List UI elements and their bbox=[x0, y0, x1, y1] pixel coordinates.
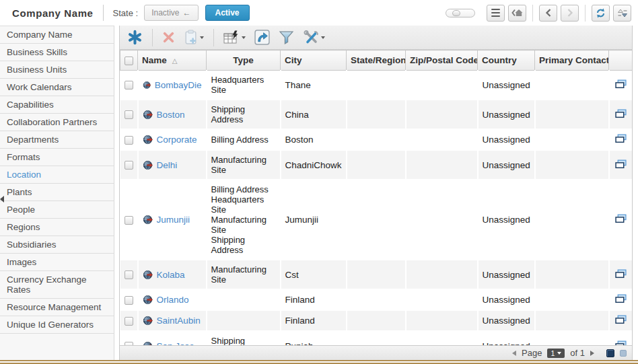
back-button[interactable] bbox=[539, 5, 557, 22]
location-globe-icon bbox=[143, 316, 153, 326]
sidebar-item-business-units[interactable]: Business Units bbox=[0, 61, 114, 79]
column-header-country[interactable]: Country bbox=[478, 50, 535, 71]
open-window-icon[interactable] bbox=[615, 159, 627, 169]
sidebar-gutter bbox=[114, 26, 119, 360]
row-checkbox[interactable] bbox=[125, 317, 133, 326]
column-header-type[interactable]: Type bbox=[207, 50, 281, 71]
city-cell: China bbox=[281, 100, 347, 129]
forward-button[interactable] bbox=[561, 5, 579, 22]
menu-button[interactable] bbox=[487, 5, 505, 22]
toggle-knob bbox=[452, 10, 460, 16]
inactive-state-button[interactable]: Inactive ← bbox=[144, 5, 198, 21]
filter-button[interactable] bbox=[277, 29, 296, 46]
sidebar-item-images[interactable]: Images bbox=[0, 254, 114, 271]
delete-button[interactable] bbox=[160, 30, 177, 45]
location-name-link[interactable]: Kolaba bbox=[157, 270, 185, 280]
active-state-button[interactable]: Active bbox=[205, 5, 250, 21]
refresh-button[interactable] bbox=[592, 5, 610, 22]
sidebar-item-location[interactable]: Location bbox=[0, 166, 114, 184]
sidebar-item-collaboration-partners[interactable]: Collaboration Partners bbox=[0, 114, 114, 131]
locations-grid: Name△ Type City State/Region Zip/Postal … bbox=[120, 50, 632, 345]
sidebar-item-currency-exchange-rates[interactable]: Currency Exchange Rates bbox=[0, 271, 114, 299]
open-window-icon[interactable] bbox=[615, 79, 627, 89]
row-checkbox[interactable] bbox=[125, 161, 133, 170]
city-cell: Punjab bbox=[281, 331, 347, 345]
open-window-icon[interactable] bbox=[615, 109, 627, 118]
grid-toolbar bbox=[120, 26, 632, 50]
new-icon bbox=[127, 30, 143, 45]
open-window-icon[interactable] bbox=[615, 340, 627, 346]
column-header-name[interactable]: Name△ bbox=[138, 50, 207, 71]
paste-button[interactable] bbox=[182, 28, 206, 46]
location-globe-icon bbox=[143, 160, 153, 170]
sidebar-item-company-name[interactable]: Company Name bbox=[0, 26, 114, 44]
open-window-icon[interactable] bbox=[615, 269, 627, 279]
tools-icon bbox=[303, 30, 319, 45]
column-header-zip[interactable]: Zip/Postal Code bbox=[406, 50, 478, 71]
create-button[interactable] bbox=[125, 28, 145, 46]
open-window-icon[interactable] bbox=[615, 315, 627, 324]
left-arrow-icon: ← bbox=[183, 9, 191, 16]
grid-view-icon[interactable] bbox=[606, 349, 614, 357]
sidebar-item-capabilities[interactable]: Capabilities bbox=[0, 96, 114, 114]
city-cell: Thane bbox=[281, 71, 347, 100]
home-button[interactable] bbox=[508, 5, 526, 22]
location-name-link[interactable]: BombayDie bbox=[155, 80, 202, 90]
next-page-icon[interactable] bbox=[590, 351, 594, 356]
location-name-link[interactable]: Corporate bbox=[157, 135, 197, 145]
shortcut-button[interactable] bbox=[252, 28, 272, 46]
column-header-state-region[interactable]: State/Region bbox=[347, 50, 406, 71]
table-row: Kolaba Manufacturing Site Cst Unassigned bbox=[120, 260, 633, 289]
location-name-link[interactable]: Delhi bbox=[157, 160, 178, 170]
column-header-primary-contact[interactable]: Primary Contact bbox=[535, 50, 609, 71]
location-name-link[interactable]: Boston bbox=[157, 110, 185, 120]
state-region-cell bbox=[347, 150, 406, 180]
page-label: Page bbox=[522, 348, 542, 358]
right-margin bbox=[633, 26, 638, 360]
row-checkbox[interactable] bbox=[125, 81, 133, 89]
sidebar-item-resource-management[interactable]: Resource Management bbox=[0, 299, 114, 316]
sidebar-item-plants[interactable]: Plants bbox=[0, 184, 114, 201]
detail-view-icon[interactable] bbox=[620, 350, 627, 357]
location-name-link[interactable]: Jumunjii bbox=[157, 215, 190, 225]
page-number-select[interactable]: 1 bbox=[547, 349, 565, 358]
row-checkbox[interactable] bbox=[125, 296, 133, 305]
row-checkbox[interactable] bbox=[125, 216, 133, 225]
sidebar-item-business-skills[interactable]: Business Skills bbox=[0, 44, 114, 61]
column-header-city[interactable]: City bbox=[281, 50, 347, 71]
sidebar-item-departments[interactable]: Departments bbox=[0, 131, 114, 149]
city-cell: ChadniChowk bbox=[281, 150, 347, 180]
location-name-link[interactable]: SaintAubin bbox=[157, 316, 201, 326]
location-globe-icon bbox=[143, 80, 151, 90]
state-region-cell bbox=[347, 129, 406, 150]
sidebar-item-people[interactable]: People bbox=[0, 201, 114, 219]
zip-cell bbox=[406, 150, 478, 180]
sidebar-item-subsidiaries[interactable]: Subsidiaries bbox=[0, 236, 114, 254]
sidebar-collapse-handle[interactable] bbox=[0, 196, 4, 203]
location-name-link[interactable]: Orlando bbox=[157, 295, 189, 305]
state-region-cell bbox=[347, 100, 406, 129]
page-count-label: of 1 bbox=[570, 348, 585, 358]
sidebar-item-formats[interactable]: Formats bbox=[0, 149, 114, 166]
mass-update-button[interactable] bbox=[221, 29, 248, 46]
select-all-checkbox[interactable] bbox=[125, 57, 133, 65]
select-all-header[interactable] bbox=[120, 50, 138, 71]
open-window-icon[interactable] bbox=[615, 134, 627, 143]
open-window-icon[interactable] bbox=[615, 214, 627, 223]
location-globe-icon bbox=[143, 135, 153, 145]
sort-button[interactable] bbox=[613, 5, 631, 22]
sidebar-item-work-calendars[interactable]: Work Calendars bbox=[0, 79, 114, 96]
city-cell: Boston bbox=[281, 129, 347, 150]
row-checkbox[interactable] bbox=[125, 110, 133, 119]
open-window-icon[interactable] bbox=[615, 294, 627, 303]
divider bbox=[213, 29, 214, 46]
previous-page-icon[interactable] bbox=[512, 351, 516, 356]
zip-cell bbox=[406, 331, 478, 345]
table-row: BombayDie Headquarters Site Thane Unassi… bbox=[120, 71, 633, 100]
sidebar-item-unique-id-generators[interactable]: Unique Id Generators bbox=[0, 316, 114, 334]
toggle-switch[interactable] bbox=[446, 9, 475, 17]
row-checkbox[interactable] bbox=[125, 270, 133, 279]
sidebar-item-regions[interactable]: Regions bbox=[0, 219, 114, 236]
row-checkbox[interactable] bbox=[125, 136, 133, 145]
settings-button[interactable] bbox=[301, 29, 327, 46]
